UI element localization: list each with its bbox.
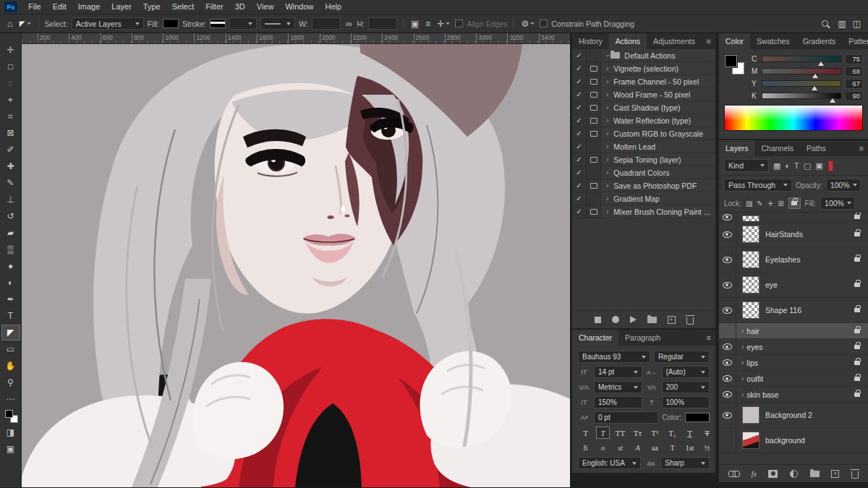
ligatures-button[interactable]: fi — [579, 442, 592, 454]
gear-icon[interactable] — [519, 19, 536, 29]
text-color-swatch[interactable] — [685, 413, 710, 422]
visibility-toggle[interactable] — [719, 355, 736, 370]
crop-tool[interactable]: ⌗ — [1, 108, 20, 124]
action-dialog-toggle[interactable] — [587, 166, 601, 179]
menu-item[interactable]: Layer — [106, 0, 137, 14]
slider-thumb[interactable] — [812, 86, 817, 90]
layer-row[interactable] — [719, 213, 868, 222]
expander-icon[interactable] — [606, 117, 608, 124]
layer-name[interactable]: lips — [746, 359, 758, 367]
fill-dropdown[interactable]: 100% — [820, 197, 855, 210]
action-dialog-toggle[interactable] — [587, 192, 601, 205]
pixel-filter-icon[interactable]: ▦ — [773, 161, 780, 171]
layer-row[interactable]: HairStands — [719, 222, 868, 247]
add-mask-icon[interactable] — [768, 470, 778, 478]
visibility-toggle[interactable] — [719, 403, 736, 427]
action-row[interactable]: Custom RGB to Grayscale — [572, 127, 715, 140]
menu-item[interactable]: 3D — [229, 0, 251, 14]
new-action-icon[interactable] — [668, 316, 676, 324]
action-checkmark[interactable] — [572, 140, 587, 153]
expander-icon[interactable] — [606, 156, 608, 163]
layer-name[interactable]: skin base — [746, 390, 778, 399]
foreground-background-colors[interactable] — [1, 408, 20, 424]
menu-item[interactable]: Window — [279, 0, 319, 14]
fractions-button[interactable]: ½ — [700, 442, 714, 454]
stroke-width-dropdown[interactable] — [229, 17, 257, 30]
action-checkmark[interactable] — [572, 101, 587, 114]
panel-tab[interactable]: Adjustments — [647, 33, 702, 49]
action-checkmark[interactable] — [572, 88, 587, 100]
object-selection-tool[interactable]: ⌖ — [1, 92, 20, 108]
link-dimensions-icon[interactable]: ∞ — [344, 19, 354, 29]
expander-icon[interactable] — [606, 182, 608, 189]
slider-track[interactable] — [762, 68, 841, 74]
adjustment-filter-icon[interactable]: ◐ — [785, 161, 790, 170]
dodge-tool[interactable]: ◐ — [1, 275, 20, 291]
visibility-toggle[interactable] — [719, 339, 736, 354]
panel-menu-icon[interactable] — [702, 33, 715, 49]
action-row[interactable]: Save as Photoshop PDF — [572, 179, 715, 192]
visibility-toggle[interactable] — [719, 323, 736, 338]
all-caps-button[interactable]: TT — [613, 427, 627, 439]
filter-kind-dropdown[interactable]: Kind — [724, 159, 769, 172]
action-checkmark[interactable] — [572, 62, 587, 74]
align-edges-checkbox[interactable] — [455, 20, 463, 27]
group-chevron-icon[interactable] — [741, 359, 744, 367]
layer-name[interactable]: outfit — [746, 374, 763, 383]
faux-bold-button[interactable]: T — [579, 427, 592, 439]
font-style-select[interactable]: Regular — [654, 351, 710, 363]
horizontal-scale-input[interactable]: 100% — [662, 396, 710, 408]
expander-icon[interactable] — [606, 130, 608, 137]
foreground-background-swatches[interactable] — [724, 54, 746, 76]
panel-tab[interactable]: Channels — [755, 140, 800, 156]
action-checkmark[interactable] — [572, 179, 587, 192]
move-tool[interactable]: ✛ — [1, 42, 20, 58]
action-dialog-toggle[interactable] — [587, 62, 601, 74]
expander-icon[interactable] — [606, 78, 608, 85]
slider-thumb[interactable] — [818, 61, 824, 66]
panel-tab[interactable]: History — [572, 33, 609, 49]
slider-thumb[interactable] — [830, 98, 835, 103]
layer-row[interactable]: Shape 116 — [719, 298, 868, 323]
delete-icon[interactable] — [686, 317, 694, 325]
action-checkmark[interactable] — [572, 192, 587, 205]
discretionary-ligatures-button[interactable]: st — [613, 442, 627, 454]
action-dialog-toggle[interactable] — [587, 88, 601, 100]
menu-item[interactable]: Help — [320, 0, 348, 14]
lock-all-button[interactable] — [788, 197, 801, 209]
blend-mode-dropdown[interactable]: Pass Through — [724, 179, 792, 192]
layer-thumbnail[interactable] — [742, 215, 760, 222]
contextual-alternates-button[interactable]: o — [596, 442, 610, 454]
lock-pixels-icon[interactable]: ✎ — [757, 200, 762, 207]
layer-thumbnail[interactable] — [742, 226, 760, 243]
lock-transparency-icon[interactable]: ▨ — [746, 200, 752, 207]
smart-object-filter-icon[interactable]: ▣ — [815, 161, 822, 171]
type-tool[interactable]: T — [1, 308, 20, 324]
action-row[interactable]: Wood Frame - 50 pixel — [572, 88, 715, 101]
layer-name[interactable]: Shape 116 — [765, 306, 801, 314]
menu-item[interactable]: Select — [166, 0, 200, 14]
width-input[interactable] — [312, 17, 341, 30]
path-selection-tool[interactable]: ◤ — [1, 325, 20, 341]
layer-row[interactable]: eyes — [719, 339, 868, 355]
layer-row[interactable]: background — [719, 428, 868, 453]
action-row[interactable]: Vignette (selection) — [572, 62, 715, 75]
record-icon[interactable] — [612, 316, 619, 323]
layer-thumbnail[interactable] — [742, 251, 760, 268]
layer-name[interactable]: background — [765, 436, 805, 445]
expander-icon[interactable] — [606, 143, 608, 150]
lasso-tool[interactable]: ◌ — [1, 75, 20, 91]
action-dialog-toggle[interactable] — [587, 153, 601, 166]
constrain-path-checkbox[interactable] — [540, 20, 548, 27]
path-operations-icon[interactable] — [435, 19, 451, 29]
opacity-dropdown[interactable]: 100% — [826, 179, 861, 192]
slider-track[interactable] — [762, 93, 841, 99]
action-checkmark[interactable] — [572, 114, 587, 127]
action-row[interactable]: Cast Shadow (type) — [572, 101, 715, 114]
panel-tab[interactable]: Paragraph — [618, 330, 667, 346]
action-row[interactable]: Water Reflection (type) — [572, 114, 715, 127]
layer-effects-icon[interactable]: fx — [752, 470, 757, 478]
new-group-icon[interactable] — [810, 471, 820, 477]
stroke-swatch[interactable] — [210, 19, 226, 28]
delete-layer-icon[interactable] — [851, 471, 859, 479]
